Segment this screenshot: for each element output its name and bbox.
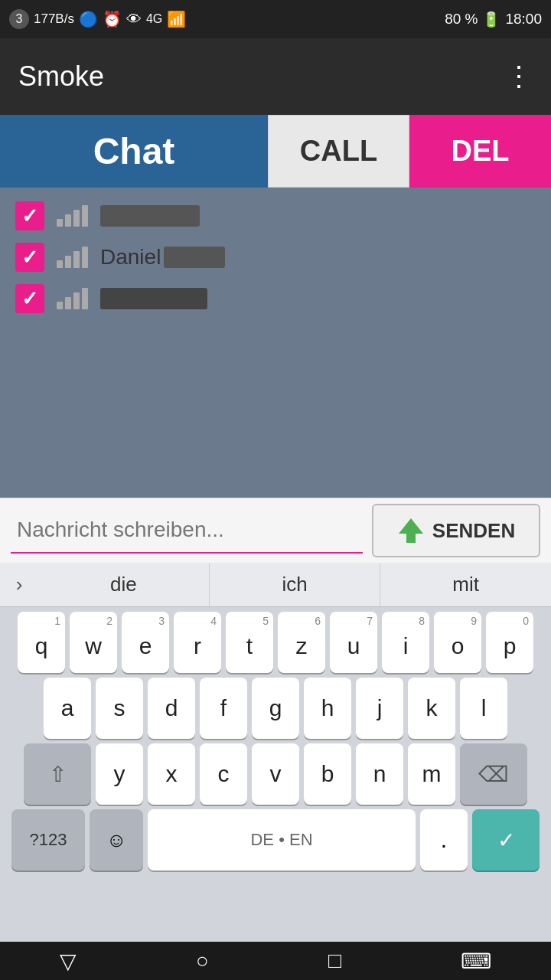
svg-marker-0 xyxy=(399,518,423,543)
battery-level: 80 % xyxy=(445,11,478,28)
nav-recent-icon[interactable]: □ xyxy=(328,949,341,973)
check-icon-2: ✓ xyxy=(21,246,38,270)
clock: 18:00 xyxy=(505,11,542,28)
key-m[interactable]: m xyxy=(408,743,455,805)
key-k[interactable]: k xyxy=(408,678,455,739)
app-bar: Smoke ⋮ xyxy=(0,38,551,115)
bluetooth-icon: 🔵 xyxy=(79,10,98,28)
network-speed: 177B/s xyxy=(34,11,74,27)
network-type: 4G xyxy=(146,12,162,26)
suggestions-bar: › die ich mit xyxy=(0,563,551,607)
key-l[interactable]: l xyxy=(460,678,507,739)
signal-bars-1 xyxy=(57,205,88,227)
key-row-3: ⇧ y x c v b n m ⌫ xyxy=(3,743,548,805)
key-num-toggle[interactable]: ?123 xyxy=(11,809,85,871)
key-row-2: a s d f g h j k l xyxy=(3,678,548,739)
contact-list: ✓ ✓ Daniel ✓ xyxy=(0,188,551,327)
tab-del-label: DEL xyxy=(452,135,510,168)
status-bar: 3 177B/s 🔵 ⏰ 👁 4G 📶 80 % 🔋 18:00 xyxy=(0,0,551,38)
key-x[interactable]: x xyxy=(148,743,195,805)
message-input[interactable] xyxy=(11,508,363,554)
key-space[interactable]: DE • EN xyxy=(148,809,416,871)
key-h[interactable]: h xyxy=(304,678,351,739)
signal-icon: 📶 xyxy=(167,10,186,28)
key-row-4: ?123 ☺ DE • EN . ✓ xyxy=(3,809,548,871)
tab-call[interactable]: CALL xyxy=(268,115,409,188)
nav-back-icon[interactable]: ▽ xyxy=(60,949,77,974)
contact-name-blurred-1 xyxy=(100,205,200,227)
list-item[interactable]: ✓ xyxy=(0,278,551,319)
key-w[interactable]: 2w xyxy=(70,612,117,673)
key-v[interactable]: v xyxy=(252,743,299,805)
nav-home-icon[interactable]: ○ xyxy=(196,949,209,973)
eye-icon: 👁 xyxy=(126,11,142,28)
key-i[interactable]: 8i xyxy=(382,612,429,673)
key-enter[interactable]: ✓ xyxy=(472,809,540,871)
contact-checkbox-1[interactable]: ✓ xyxy=(15,201,44,230)
input-row: SENDEN xyxy=(0,498,551,563)
tab-chat[interactable]: Chat xyxy=(0,115,268,188)
app-title: Smoke xyxy=(18,60,104,93)
key-d[interactable]: d xyxy=(148,678,195,739)
send-label: SENDEN xyxy=(432,519,515,543)
suggestion-mit[interactable]: mit xyxy=(380,563,551,606)
expand-suggestions-icon[interactable]: › xyxy=(0,563,38,607)
menu-icon[interactable]: ⋮ xyxy=(505,60,533,93)
key-e[interactable]: 3e xyxy=(122,612,169,673)
notification-badge: 3 xyxy=(9,9,29,29)
send-arrow-icon xyxy=(397,517,425,544)
key-emoji[interactable]: ☺ xyxy=(90,809,143,871)
key-u[interactable]: 7u xyxy=(330,612,377,673)
nav-bar: ▽ ○ □ ⌨ xyxy=(0,942,551,980)
key-f[interactable]: f xyxy=(200,678,247,739)
key-row-1: 1q 2w 3e 4r 5t 6z 7u 8i 9o 0p xyxy=(3,612,548,673)
num-toggle-label: ?123 xyxy=(30,830,67,850)
key-shift[interactable]: ⇧ xyxy=(24,743,91,805)
key-b[interactable]: b xyxy=(304,743,351,805)
space-label: DE • EN xyxy=(250,830,312,850)
key-backspace[interactable]: ⌫ xyxy=(460,743,527,805)
tab-chat-label: Chat xyxy=(93,130,175,172)
list-item[interactable]: ✓ xyxy=(0,195,551,237)
key-s[interactable]: s xyxy=(96,678,143,739)
keyboard: › die ich mit 1q 2w 3e 4r 5t 6z 7u 8i 9o… xyxy=(0,563,551,942)
contact-name-blurred-3 xyxy=(100,288,207,309)
key-y[interactable]: y xyxy=(96,743,143,805)
key-c[interactable]: c xyxy=(200,743,247,805)
signal-bars-2 xyxy=(57,247,88,268)
contact-checkbox-3[interactable]: ✓ xyxy=(15,284,44,313)
key-n[interactable]: n xyxy=(356,743,403,805)
key-q[interactable]: 1q xyxy=(18,612,65,673)
suggestion-die[interactable]: die xyxy=(38,563,210,606)
tab-del[interactable]: DEL xyxy=(409,115,551,188)
key-j[interactable]: j xyxy=(356,678,403,739)
tab-row: Chat CALL DEL xyxy=(0,115,551,188)
battery-icon: 🔋 xyxy=(482,11,500,28)
contact-name-blurred-2 xyxy=(164,247,225,268)
nav-keyboard-icon[interactable]: ⌨ xyxy=(461,949,491,974)
key-g[interactable]: g xyxy=(252,678,299,739)
contact-name-area-1 xyxy=(100,205,536,227)
key-z[interactable]: 6z xyxy=(278,612,325,673)
signal-bars-3 xyxy=(57,288,88,309)
tab-call-label: CALL xyxy=(300,135,377,168)
suggestion-ich[interactable]: ich xyxy=(210,563,381,606)
key-a[interactable]: a xyxy=(44,678,91,739)
contact-name-area-3 xyxy=(100,288,536,309)
key-dot[interactable]: . xyxy=(420,809,468,871)
contact-checkbox-2[interactable]: ✓ xyxy=(15,243,44,272)
contact-name-2: Daniel xyxy=(100,245,161,270)
contact-name-area-2: Daniel xyxy=(100,245,536,270)
list-item[interactable]: ✓ Daniel xyxy=(0,237,551,278)
key-r[interactable]: 4r xyxy=(174,612,221,673)
key-p[interactable]: 0p xyxy=(486,612,533,673)
send-button[interactable]: SENDEN xyxy=(372,504,540,557)
key-o[interactable]: 9o xyxy=(434,612,481,673)
check-icon-1: ✓ xyxy=(21,204,38,228)
check-icon-3: ✓ xyxy=(21,287,38,311)
key-rows: 1q 2w 3e 4r 5t 6z 7u 8i 9o 0p a s d f g … xyxy=(0,607,551,875)
key-t[interactable]: 5t xyxy=(226,612,273,673)
alarm-icon: ⏰ xyxy=(103,10,122,28)
